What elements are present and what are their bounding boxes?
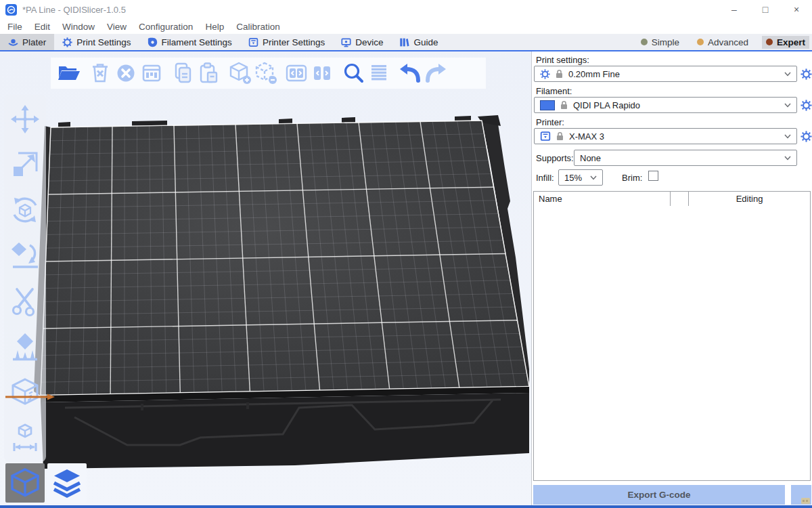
chevron-down-icon bbox=[784, 72, 791, 77]
print-bed-scene bbox=[0, 51, 531, 505]
mode-advanced[interactable]: Advanced bbox=[693, 36, 752, 49]
printer-icon bbox=[540, 131, 551, 142]
gear-icon bbox=[540, 69, 550, 79]
column-separator bbox=[670, 192, 671, 206]
undo-icon[interactable] bbox=[397, 60, 423, 86]
menu-file[interactable]: File bbox=[1, 19, 28, 34]
app-logo-icon bbox=[5, 4, 17, 16]
lock-icon bbox=[560, 100, 568, 110]
tab-plater[interactable]: Plater bbox=[0, 34, 54, 50]
menu-window[interactable]: Window bbox=[56, 19, 101, 34]
filament-combo[interactable]: QIDI PLA Rapido bbox=[534, 97, 797, 113]
arrange-icon[interactable] bbox=[139, 60, 164, 86]
tab-label: Print Settings bbox=[76, 37, 131, 47]
minimize-button[interactable]: – bbox=[719, 0, 750, 19]
export-gcode-button[interactable]: Export G-code bbox=[533, 485, 785, 505]
add-instance-icon[interactable] bbox=[227, 60, 252, 86]
title-bar: *PA Line - QIDISlicer-1.0.5 – □ × bbox=[0, 0, 812, 19]
delete-all-icon[interactable] bbox=[113, 60, 139, 86]
paint-supports-tool-icon[interactable] bbox=[9, 331, 41, 363]
tab-printer-settings[interactable]: Printer Settings bbox=[240, 34, 333, 50]
supports-value: None bbox=[580, 153, 601, 163]
rotate-tool-icon[interactable] bbox=[9, 194, 41, 226]
expert-dot-icon bbox=[766, 39, 773, 45]
measure-tool-icon[interactable] bbox=[9, 421, 41, 454]
mode-label: Advanced bbox=[708, 37, 748, 47]
search-icon[interactable] bbox=[340, 60, 366, 86]
tab-label: Device bbox=[355, 37, 383, 47]
3d-editor-view-button[interactable] bbox=[5, 463, 45, 503]
simple-dot-icon bbox=[641, 39, 648, 45]
tab-print-settings[interactable]: Print Settings bbox=[54, 34, 139, 50]
redo-icon[interactable] bbox=[423, 60, 449, 86]
object-list-table[interactable]: Name Editing bbox=[533, 191, 811, 481]
mode-label: Simple bbox=[652, 37, 679, 47]
copy-icon[interactable] bbox=[170, 60, 196, 86]
infill-value: 15% bbox=[564, 173, 582, 183]
maximize-button[interactable]: □ bbox=[750, 0, 781, 19]
tab-label: Filament Settings bbox=[162, 37, 232, 47]
layers-icon bbox=[51, 467, 83, 499]
tab-guide[interactable]: Guide bbox=[391, 34, 446, 50]
export-to-sd-button[interactable] bbox=[791, 485, 811, 505]
mode-label: Expert bbox=[777, 37, 805, 47]
split-to-objects-icon[interactable] bbox=[284, 60, 309, 86]
preview-view-button[interactable] bbox=[47, 463, 87, 503]
remove-instance-icon[interactable] bbox=[252, 60, 278, 86]
menu-calibration[interactable]: Calibration bbox=[230, 19, 286, 34]
menu-edit[interactable]: Edit bbox=[28, 19, 56, 34]
viewport-3d[interactable] bbox=[0, 51, 531, 505]
mode-expert[interactable]: Expert bbox=[762, 36, 809, 49]
sidebar-panel: Print settings: 0.20mm Fine Filament: QI… bbox=[531, 51, 812, 505]
menu-view[interactable]: View bbox=[101, 19, 133, 34]
tab-device[interactable]: Device bbox=[333, 34, 391, 50]
column-header-editing: Editing bbox=[689, 192, 810, 206]
mode-simple[interactable]: Simple bbox=[637, 36, 683, 49]
printer-value: X-MAX 3 bbox=[569, 131, 604, 142]
supports-combo[interactable]: None bbox=[574, 150, 797, 166]
tab-filament-settings[interactable]: Filament Settings bbox=[139, 34, 240, 50]
lock-icon bbox=[555, 69, 564, 79]
chevron-down-icon bbox=[784, 103, 791, 108]
window-title: *PA Line - QIDISlicer-1.0.5 bbox=[22, 5, 126, 15]
menu-bar: File Edit Window View Configuration Help… bbox=[0, 19, 812, 34]
paste-icon[interactable] bbox=[196, 60, 221, 86]
infill-combo[interactable]: 15% bbox=[558, 169, 603, 186]
brim-label: Brim: bbox=[622, 173, 642, 183]
chevron-down-icon bbox=[784, 134, 791, 139]
chevron-down-icon bbox=[590, 175, 597, 180]
print-settings-value: 0.20mm Fine bbox=[568, 69, 620, 79]
bottom-accent-bar bbox=[0, 505, 812, 508]
split-to-parts-icon[interactable] bbox=[309, 60, 335, 86]
print-settings-gear-button[interactable] bbox=[800, 68, 812, 80]
fuzzy-skin-tool-icon[interactable] bbox=[9, 376, 41, 408]
open-folder-icon[interactable] bbox=[56, 60, 82, 86]
printer-combo[interactable]: X-MAX 3 bbox=[534, 128, 797, 144]
view-toggle bbox=[5, 463, 87, 503]
infill-label: Infill: bbox=[536, 173, 554, 183]
print-settings-label: Print settings: bbox=[536, 55, 589, 65]
printer-icon bbox=[248, 37, 258, 47]
gizmo-toolbar bbox=[4, 95, 46, 462]
move-tool-icon[interactable] bbox=[9, 103, 41, 135]
close-button[interactable]: × bbox=[781, 0, 812, 19]
tab-label: Plater bbox=[22, 37, 46, 47]
place-on-face-tool-icon[interactable] bbox=[9, 239, 41, 272]
advanced-dot-icon bbox=[697, 39, 704, 45]
filament-gear-button[interactable] bbox=[800, 99, 812, 111]
filament-color-swatch bbox=[540, 100, 555, 110]
printer-gear-button[interactable] bbox=[800, 130, 812, 142]
menu-configuration[interactable]: Configuration bbox=[133, 19, 199, 34]
print-settings-combo[interactable]: 0.20mm Fine bbox=[534, 66, 797, 82]
brim-checkbox[interactable] bbox=[648, 171, 658, 181]
cut-tool-icon[interactable] bbox=[9, 285, 41, 318]
variable-layer-height-icon[interactable] bbox=[366, 60, 392, 86]
object-toolbar bbox=[51, 58, 486, 89]
gear-icon bbox=[62, 37, 72, 47]
delete-icon[interactable] bbox=[87, 60, 113, 86]
supports-label: Supports: bbox=[536, 153, 574, 163]
scale-tool-icon[interactable] bbox=[9, 148, 41, 181]
menu-help[interactable]: Help bbox=[199, 19, 230, 34]
3d-cube-icon bbox=[9, 467, 41, 499]
tab-label: Guide bbox=[413, 37, 438, 47]
